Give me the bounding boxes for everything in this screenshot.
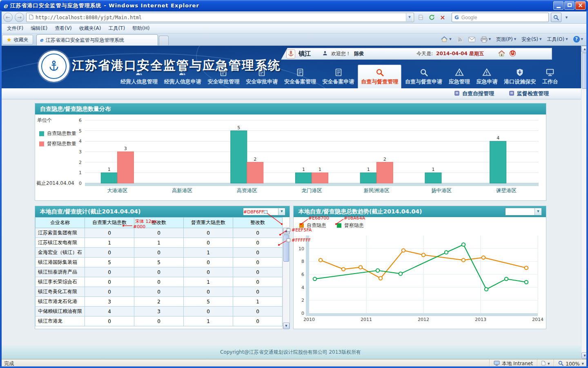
tab-active[interactable]: e 江苏省港口安全监管与应急管理系统 (36, 34, 158, 45)
chevron-down-icon[interactable]: ▼ (548, 362, 550, 366)
scroll-down-icon[interactable]: ▼ (581, 352, 588, 359)
address-dropdown-arrow[interactable]: ▼ (406, 13, 413, 21)
bar-segment (296, 173, 312, 183)
favorites-button[interactable]: ★ 收藏夹 (2, 35, 33, 45)
value-cell: 0 (233, 316, 283, 326)
title-bar[interactable]: e 江苏省港口安全监管与应急管理系统 - Windows Internet Ex… (0, 0, 588, 11)
back-button[interactable]: ← (3, 13, 13, 22)
subnav-item-label: 监督检查管理 (517, 90, 549, 97)
table-row[interactable]: 镇江市港龙石化港3251 (36, 297, 283, 307)
nav-item-safety-record-request[interactable]: 安全备案申请 (320, 65, 357, 88)
company-name-cell: 镇江李长荣综合石 (36, 277, 85, 287)
table-row[interactable]: 金海宏业（镇江）石0010 (36, 248, 283, 258)
table-row[interactable]: 江苏镇江发电有限1100 (36, 238, 283, 248)
search-box[interactable]: G (452, 13, 549, 22)
table-row[interactable]: 镇江恒泰沥青产品0000 (36, 267, 283, 277)
site-title: 江苏省港口安全监管与应急管理系统 (72, 57, 281, 74)
page-scrollbar[interactable]: ▲ ▼ (581, 46, 588, 359)
home-button[interactable]: ▼ (439, 34, 453, 45)
scrollbar-thumb[interactable] (582, 53, 588, 89)
column-header: 督查重大隐患数 (184, 218, 233, 228)
chevron-down-icon: ▼ (582, 362, 584, 366)
bar-value-label: 1 (318, 167, 321, 172)
stop-button[interactable]: × (438, 13, 447, 22)
company-name-cell: 中储粮镇江粮油有限 (36, 307, 85, 316)
search-input[interactable] (461, 15, 548, 20)
table-row[interactable]: 镇江港国际集装箱5500 (36, 258, 283, 267)
page-menu-button[interactable]: 页面(P)▼ (494, 34, 518, 45)
data-point (485, 287, 488, 291)
y-tick-label: 5 (79, 128, 82, 134)
statistics-filter-dropdown[interactable]: ▼ (243, 208, 285, 215)
line-chart-legend: 自查隐患督察隐患 (299, 222, 364, 229)
y-tick-label: 10 (298, 246, 304, 251)
menu-item-5[interactable]: 工具(T) (105, 24, 129, 33)
data-point (399, 272, 402, 275)
zoom-control[interactable]: 100% ▼ (554, 359, 588, 368)
nav-item-port-facility-security[interactable]: 港口设施保安 (501, 65, 539, 88)
table-scrollbar[interactable]: ▲ ▼ (283, 228, 290, 329)
warning-icon (482, 67, 491, 77)
nav-item-emergency-request[interactable]: 应急申请 (473, 65, 500, 88)
safety-menu-button[interactable]: 安全(S)▼ (519, 34, 543, 45)
value-cell: 3 (134, 307, 184, 316)
table-row[interactable]: 镇江奇美化工有限0000 (36, 287, 283, 297)
print-button[interactable]: ▼ (479, 35, 493, 44)
nav-item-self-inspection-supervision-management[interactable]: 自查与督查管理 (358, 65, 401, 88)
user-info-strip: 镇江 欢迎您！ 陈俊 今天是: 2014-04-04 星期五 (281, 48, 552, 60)
scroll-up-icon[interactable]: ▲ (581, 46, 588, 52)
legend-swatch (337, 223, 341, 228)
menu-item-3[interactable]: 查看(V) (51, 24, 76, 33)
read-mail-button[interactable] (466, 35, 477, 44)
subnav-item-self-report-management[interactable]: 自查自报管理 (454, 90, 494, 97)
scroll-down-icon[interactable]: ▼ (283, 323, 290, 329)
nav-item-safety-record-management[interactable]: 安全备案管理 (281, 65, 319, 88)
value-cell: 1 (233, 297, 283, 307)
value-cell: 1 (184, 277, 233, 287)
compatibility-view-icon[interactable] (416, 13, 425, 22)
home-shortcut-icon[interactable] (498, 49, 506, 58)
y-tick-label: 3 (79, 149, 82, 155)
nav-item-emergency-management[interactable]: 应急管理 (446, 65, 473, 88)
help-menu-button[interactable]: ?▼ (571, 34, 585, 44)
line-chart: 201020112012201320140246810 (294, 217, 546, 329)
x-tick-label: 2014 (532, 317, 543, 322)
menu-item-2[interactable]: 编辑(E) (27, 24, 51, 33)
nav-item-self-inspection-supervision-request[interactable]: 自查与督查申请 (402, 65, 445, 88)
tools-menu-button[interactable]: 工具(O)▼ (545, 34, 570, 45)
trend-filter-dropdown[interactable]: ▼ (505, 208, 542, 215)
value-cell: 0 (85, 228, 134, 238)
logout-icon[interactable] (509, 49, 517, 58)
menu-item-1[interactable]: 文件(F) (3, 24, 27, 33)
address-bar[interactable]: ▼ (26, 13, 414, 22)
close-button[interactable]: × (575, 1, 586, 10)
company-name-cell: 江苏镇江发电有限 (36, 238, 85, 248)
scroll-up-icon[interactable]: ▲ (283, 228, 290, 234)
scrollbar-thumb[interactable] (283, 235, 289, 262)
refresh-button[interactable] (427, 13, 436, 22)
x-tick-label: 扬中港区 (431, 187, 452, 193)
data-point (445, 251, 448, 254)
value-cell: 0 (85, 277, 134, 287)
table-row[interactable]: 镇江李长荣综合石0010 (36, 277, 283, 287)
x-tick-label: 高资港区 (237, 187, 258, 193)
table-row[interactable]: 江苏索普集团有限0000 (36, 228, 283, 238)
new-tab-stub[interactable] (159, 36, 169, 45)
table-row[interactable]: 中储粮镇江粮油有限4300 (36, 307, 283, 316)
address-input[interactable] (36, 15, 404, 20)
bar-chart: 0123456大港港区13高新港区高资港区52龙门港区11新民洲港区12扬中港区… (35, 114, 546, 200)
nav-item-workbench[interactable]: 工作台 (539, 65, 561, 88)
minimize-button[interactable] (553, 1, 564, 10)
search-button[interactable] (551, 13, 561, 22)
menu-item-4[interactable]: 收藏夹(A) (76, 24, 105, 33)
x-tick-label: 谏壁港区 (496, 187, 517, 193)
search-dropdown-arrow[interactable]: ▼ (564, 13, 570, 22)
menu-item-6[interactable]: 帮助(H) (129, 24, 153, 33)
bar-chart-panel: 自查隐患/督查隐患数量分布 0123456大港港区13高新港区高资港区52龙门港… (35, 103, 546, 201)
bar-segment (312, 173, 328, 183)
feeds-button[interactable] (455, 35, 465, 44)
table-row[interactable]: 镇江市港龙0010 (36, 316, 283, 326)
subnav-item-supervision-check-management[interactable]: 监督检查管理 (509, 90, 549, 97)
forward-button[interactable]: → (15, 13, 24, 22)
restore-button[interactable] (564, 1, 575, 10)
